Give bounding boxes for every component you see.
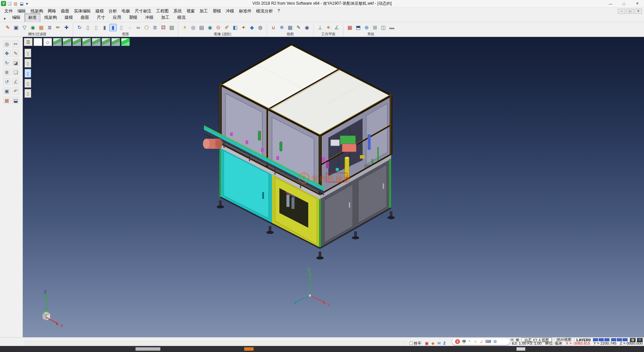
draw-pencil-icon[interactable]: ✎ [12,50,19,57]
bottom-view-icon[interactable] [111,38,120,46]
rotate-view-icon[interactable]: ↻ [3,59,10,66]
filter-active-icon[interactable]: ▯ [24,69,31,78]
tab[interactable]: 曲面 [77,13,93,22]
monitor-icon[interactable]: ⬒ [355,24,362,31]
texture-icon[interactable]: ▨ [168,24,175,31]
material-barrel-icon[interactable]: ⬡ [143,24,150,31]
material-drop-icon[interactable]: ◆ [248,24,256,31]
redraw-icon[interactable]: ↻ [76,24,83,31]
tab[interactable]: 塑模 [125,13,141,22]
filter-hidden-icon[interactable]: ▯ [24,89,31,98]
tab[interactable]: 尺寸 [93,13,109,22]
grid-toggle-icon[interactable]: ▦ [286,24,294,31]
measure-angle-icon[interactable]: ∠ [12,78,19,85]
annotate-view-icon[interactable]: ✎ [295,24,302,31]
ime-logo-icon[interactable]: S [455,339,460,344]
ghost-view-icon[interactable]: ◌ [126,24,133,31]
tray-mail-icon[interactable]: ✉ [437,341,440,345]
light-source-icon[interactable]: ☀ [181,24,189,31]
previous-view-icon[interactable]: ↺ [3,78,10,85]
wireframe-cube-view-icon[interactable]: ◇ [43,38,52,46]
eye-visibility-icon[interactable]: ◉ [206,24,214,31]
quick-measure-icon[interactable]: ✚ [63,24,70,31]
ime-emoticon-icon[interactable]: ☺ [473,340,477,344]
menu-item[interactable]: 模流分析 [254,7,275,15]
undo-icon[interactable]: ↶ [12,87,19,94]
attribute-brush-icon[interactable]: ✏ [54,24,62,31]
layer-stack-icon[interactable]: ≣ [151,24,159,31]
taskbar-app-segment-white[interactable] [517,347,525,351]
back-view-icon[interactable] [72,38,81,46]
matrix-icon[interactable]: ⊞ [371,24,379,31]
traffic-light-icon[interactable]: ⊙ [215,24,222,31]
model-viewport[interactable]: ☰◇ ▯▯▯▯▯ [23,37,644,337]
sketch-render-icon[interactable]: ✐ [223,24,230,31]
filter-solids-icon[interactable]: ▯ [24,59,31,68]
transparent-view-icon[interactable]: ▯ [118,24,125,31]
zoom-window-icon[interactable]: ◎ [3,40,10,47]
ime-language-toggle[interactable]: 中 [462,339,466,345]
snap-point-icon[interactable]: ❄ [278,24,285,31]
layer-manager-icon[interactable]: ≣ [46,24,53,31]
tab[interactable]: 模流 [174,13,190,22]
ime-keyboard-icon[interactable]: ⌨ [485,340,491,344]
menu-item[interactable]: 加工 [197,7,210,15]
viewport-canvas[interactable]: 管道机械网 Z X Z [23,37,644,337]
new-sheet-icon[interactable]: ❏ [12,69,19,76]
lock-toggle[interactable]: 拴牢 [410,341,422,346]
os-taskbar-sliver[interactable] [0,346,644,352]
tab[interactable]: 线架构 [41,13,61,22]
menu-item[interactable]: 标准件 [236,7,254,15]
filter-all-icon[interactable]: ▯ [24,49,31,57]
hidden-line-icon[interactable]: ▯ [93,24,100,31]
iso-view-icon[interactable] [53,38,62,46]
workplane-angle-icon[interactable]: ∠ [333,24,340,31]
tab[interactable]: 编辑 [8,13,24,22]
magnet-snap-icon[interactable]: ∪ [270,24,277,31]
minimize-button[interactable]: — [604,0,617,7]
open-file-icon[interactable]: ▤ [14,2,17,6]
film-strip-icon[interactable]: ▤ [198,24,205,31]
left-view-icon[interactable] [82,38,91,46]
color-palette-icon[interactable]: ▦ [3,97,10,104]
menu-item[interactable]: ? [275,7,282,15]
mdi-restore-icon[interactable]: ▭ [626,9,634,14]
tray-tool-icon[interactable]: ▣ [425,341,429,345]
color-grid-icon[interactable]: ▦ [346,24,354,31]
clipboard-icon[interactable]: ⬓ [12,97,19,104]
erase-icon[interactable]: ◪ [12,59,19,66]
lock-checkbox[interactable] [410,342,413,345]
dynamic-iso-view-icon[interactable] [121,38,130,46]
globe-icon[interactable]: ⊕ [363,24,370,31]
copy-attributes-icon[interactable]: ▣ [12,24,20,31]
top-view-icon[interactable] [102,38,110,46]
highlight-icon[interactable]: ✦ [240,24,247,31]
camera-icon[interactable]: ◎ [190,24,197,31]
render-options-icon[interactable]: ⚄ [160,24,167,31]
ime-toolbox-icon[interactable]: ⊞ [493,340,497,344]
column-display-icon[interactable]: ▮ [109,24,117,31]
qat-dropdown-icon[interactable]: ▾ [26,2,28,6]
menu-item[interactable]: 塑模 [210,7,223,15]
tab-dropdown-icon[interactable]: ▼ [1,16,8,22]
snapshot-icon[interactable]: ◫ [380,24,387,31]
color-filter-icon[interactable]: ▦ [38,24,45,31]
save-file-icon[interactable]: ⬓ [20,2,23,6]
workpiece-slab-icon[interactable]: ▬ [388,24,395,31]
front-view-icon[interactable] [63,38,71,46]
close-button[interactable]: ✕ [631,0,644,7]
shading-mode-icon[interactable]: ◧ [231,24,239,31]
ime-toolbar[interactable]: S 中 °· ☺♫⌨⊞ [452,338,510,345]
tab[interactable]: 冲模 [142,13,157,22]
tray-update-icon[interactable]: ◆ [431,341,434,345]
duplicate-icon[interactable]: ▣ [3,87,10,94]
element-filter-icon[interactable]: ◉ [29,24,37,31]
tray-badge-icon[interactable]: 2 [443,341,445,345]
view-visibility-icon[interactable]: ◉ [303,24,311,31]
right-view-icon[interactable] [92,38,101,46]
plain-view-icon[interactable] [34,38,42,46]
shaded-view-icon[interactable]: ▮ [101,24,108,31]
menu-item[interactable]: 冲模 [223,7,236,15]
taskbar-app-segment[interactable] [136,347,160,351]
ime-mic-icon[interactable]: ♫ [480,340,483,344]
